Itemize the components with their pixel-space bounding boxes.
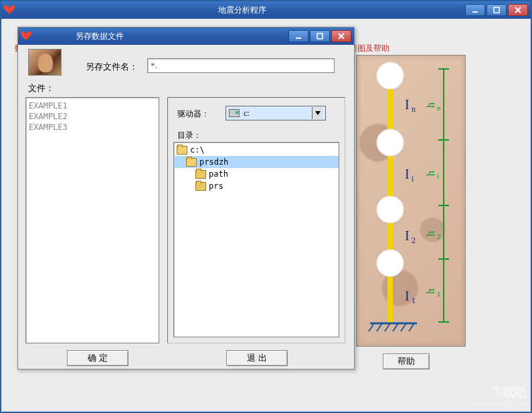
exit-button[interactable]: 退 出 bbox=[226, 350, 288, 366]
drive-icon bbox=[229, 109, 240, 117]
ok-button[interactable]: 确 定 bbox=[67, 350, 128, 366]
svg-point-14 bbox=[377, 196, 404, 223]
label-drive: 驱动器： bbox=[177, 108, 209, 120]
svg-text:n: n bbox=[437, 104, 441, 112]
avatar bbox=[28, 49, 62, 76]
svg-line-8 bbox=[385, 323, 390, 331]
folder-icon bbox=[195, 170, 206, 179]
diagram-panel: In Ii I2 I1 hn hi h2 bbox=[356, 55, 466, 347]
dialog-close-button[interactable] bbox=[331, 30, 351, 42]
svg-line-10 bbox=[401, 323, 406, 331]
watermark: 下载吧 www.xiazaiba.com bbox=[472, 386, 527, 410]
svg-point-13 bbox=[377, 129, 404, 156]
svg-line-7 bbox=[377, 323, 382, 331]
tree-item-label: prsdzh bbox=[199, 157, 228, 167]
tree-item[interactable]: prsdzh bbox=[174, 156, 339, 168]
svg-line-3 bbox=[515, 7, 521, 13]
folder-icon bbox=[186, 158, 197, 167]
svg-text:h: h bbox=[425, 288, 436, 294]
svg-text:h: h bbox=[425, 102, 436, 108]
outer-window: 地震分析程序 数据文件编辑 计算简图及帮助 bbox=[0, 0, 532, 413]
app-icon-heart bbox=[4, 5, 15, 15]
svg-rect-39 bbox=[317, 33, 323, 39]
svg-line-9 bbox=[393, 323, 398, 331]
svg-point-12 bbox=[377, 62, 404, 89]
svg-line-41 bbox=[339, 33, 344, 39]
svg-line-2 bbox=[515, 7, 521, 13]
dialog-minimize-button[interactable] bbox=[288, 30, 308, 42]
svg-text:I: I bbox=[405, 288, 410, 303]
svg-text:I: I bbox=[405, 97, 410, 112]
dialog-titlebar[interactable]: 另存数据文件 bbox=[18, 27, 354, 45]
outer-window-controls bbox=[465, 4, 528, 16]
svg-text:2: 2 bbox=[412, 236, 416, 245]
filename-input[interactable] bbox=[147, 58, 335, 73]
svg-text:2: 2 bbox=[437, 232, 441, 240]
watermark-url: www.xiazaiba.com bbox=[472, 398, 527, 410]
tree-item[interactable]: path bbox=[174, 168, 339, 180]
chevron-down-icon[interactable] bbox=[312, 107, 323, 119]
svg-rect-1 bbox=[494, 7, 499, 13]
dialog-maximize-button[interactable] bbox=[310, 30, 330, 42]
close-button[interactable] bbox=[508, 4, 528, 16]
file-item[interactable]: EXAMPLE1 bbox=[29, 100, 156, 111]
svg-line-11 bbox=[409, 323, 414, 331]
tree-item-label: c:\ bbox=[190, 145, 205, 155]
outer-titlebar[interactable]: 地震分析程序 bbox=[1, 1, 531, 19]
dialog-icon-heart bbox=[21, 31, 31, 41]
svg-text:1: 1 bbox=[412, 296, 416, 305]
svg-text:I: I bbox=[405, 228, 410, 243]
label-directory: 目录： bbox=[177, 130, 201, 141]
drive-select[interactable]: c: bbox=[226, 106, 326, 120]
file-item[interactable]: EXAMPLE3 bbox=[29, 122, 156, 133]
save-dialog: 另存数据文件 另存文件名： 文件： EXAMPLE1EXAMPLE2EXAMPL… bbox=[17, 27, 355, 369]
minimize-button[interactable] bbox=[465, 4, 485, 16]
outer-title: 地震分析程序 bbox=[218, 5, 266, 16]
folder-icon bbox=[177, 146, 187, 155]
svg-text:I: I bbox=[405, 167, 410, 181]
svg-text:1: 1 bbox=[437, 290, 441, 298]
tree-item[interactable]: prs bbox=[174, 180, 339, 192]
right-panel: 驱动器： c: 目录： c:\prsdzhpathprs bbox=[167, 97, 345, 343]
maximize-button[interactable] bbox=[486, 4, 507, 16]
svg-line-6 bbox=[369, 323, 374, 331]
svg-text:n: n bbox=[412, 104, 416, 114]
svg-text:i: i bbox=[412, 174, 414, 183]
svg-text:h: h bbox=[425, 231, 436, 236]
tree-item-label: path bbox=[209, 169, 228, 179]
svg-line-40 bbox=[339, 33, 344, 39]
svg-text:h: h bbox=[425, 171, 436, 176]
svg-marker-42 bbox=[315, 111, 321, 115]
watermark-text: 下载吧 bbox=[472, 386, 527, 398]
tree-item-label: prs bbox=[209, 181, 224, 191]
tree-item[interactable]: c:\ bbox=[174, 144, 339, 156]
label-saveas: 另存文件名： bbox=[86, 61, 138, 73]
help-button[interactable]: 帮助 bbox=[383, 353, 430, 369]
dialog-window-controls bbox=[288, 30, 351, 42]
svg-text:i: i bbox=[437, 172, 439, 180]
dialog-title: 另存数据文件 bbox=[76, 31, 124, 42]
folder-icon bbox=[195, 182, 206, 191]
svg-point-15 bbox=[377, 250, 404, 276]
diagram-svg: In Ii I2 I1 hn hi h2 bbox=[357, 56, 466, 347]
directory-tree[interactable]: c:\prsdzhpathprs bbox=[173, 142, 339, 337]
label-files: 文件： bbox=[28, 82, 54, 94]
drive-value: c: bbox=[244, 108, 250, 118]
file-listbox[interactable]: EXAMPLE1EXAMPLE2EXAMPLE3 bbox=[25, 97, 159, 343]
file-item[interactable]: EXAMPLE2 bbox=[29, 111, 156, 122]
